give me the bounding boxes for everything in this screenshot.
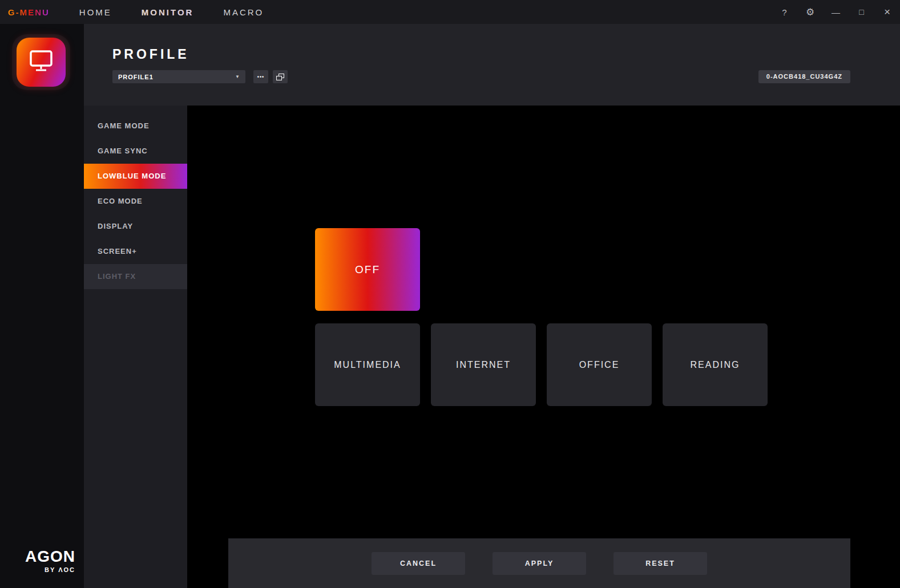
subnav-item-screen-plus[interactable]: SCREEN+	[84, 239, 187, 264]
profile-header: PROFILE PROFILE1 ▼ ••• 0-AOCB418_CU34G4Z	[84, 24, 900, 106]
monitor-app-icon[interactable]	[17, 38, 66, 87]
profile-more-button[interactable]: •••	[253, 70, 268, 83]
mode-tile-reading[interactable]: READING	[663, 323, 768, 406]
ellipsis-icon: •••	[257, 74, 264, 80]
monitor-icon	[27, 48, 55, 76]
tab-monitor[interactable]: MONITOR	[142, 7, 194, 17]
page-title: PROFILE	[112, 47, 189, 62]
copy-icon	[276, 74, 284, 80]
app-icon-frame	[12, 34, 70, 90]
apply-button[interactable]: APPLY	[493, 552, 586, 575]
close-icon[interactable]: ×	[874, 0, 900, 24]
help-icon[interactable]: ?	[772, 0, 797, 24]
subnav-item-lowblue-mode[interactable]: LOWBLUE MODE	[84, 164, 187, 189]
lowblue-mode-panel: OFF MULTIMEDIA INTERNET OFFICE READING C…	[187, 106, 900, 588]
agon-logo: AGON	[25, 549, 75, 565]
title-bar: G-MENU HOME MONITOR MACRO ? ⚙ — □ ×	[0, 0, 900, 24]
by-aoc-logo: BY ΛOC	[25, 566, 75, 573]
profile-dropdown[interactable]: PROFILE1 ▼	[112, 70, 245, 83]
sidebar: AGON BY ΛOC	[0, 24, 84, 588]
window-controls: ? ⚙ — □ ×	[772, 0, 900, 24]
tab-home[interactable]: HOME	[79, 7, 112, 17]
subnav-item-game-mode[interactable]: GAME MODE	[84, 113, 187, 139]
profile-controls: PROFILE1 ▼ •••	[112, 70, 288, 83]
mode-tile-internet[interactable]: INTERNET	[431, 323, 536, 406]
maximize-icon[interactable]: □	[849, 0, 874, 24]
gear-icon[interactable]: ⚙	[797, 0, 823, 24]
mode-tile-off[interactable]: OFF	[315, 228, 420, 311]
action-bar: CANCEL APPLY RESET	[228, 538, 850, 588]
profile-dropdown-value: PROFILE1	[118, 74, 154, 80]
mode-tile-office[interactable]: OFFICE	[547, 323, 652, 406]
monitor-subnav: GAME MODE GAME SYNC LOWBLUE MODE ECO MOD…	[84, 106, 187, 588]
chevron-down-icon: ▼	[235, 74, 240, 79]
reset-button[interactable]: RESET	[614, 552, 707, 575]
subnav-item-game-sync[interactable]: GAME SYNC	[84, 139, 187, 164]
device-id-badge: 0-AOCB418_CU34G4Z	[758, 70, 850, 83]
profile-copy-button[interactable]	[273, 70, 288, 83]
minimize-icon[interactable]: —	[823, 0, 849, 24]
brand-footer: AGON BY ΛOC	[25, 549, 75, 573]
tab-macro[interactable]: MACRO	[223, 7, 264, 17]
subnav-item-light-fx[interactable]: LIGHT FX	[84, 264, 187, 289]
cancel-button[interactable]: CANCEL	[372, 552, 465, 575]
app-logo: G-MENU	[8, 7, 50, 17]
mode-tile-multimedia[interactable]: MULTIMEDIA	[315, 323, 420, 406]
subnav-item-eco-mode[interactable]: ECO MODE	[84, 189, 187, 214]
subnav-item-display[interactable]: DISPLAY	[84, 214, 187, 239]
